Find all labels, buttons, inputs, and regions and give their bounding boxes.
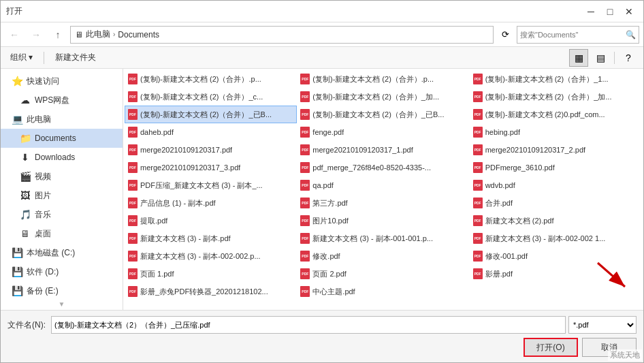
file-item[interactable]: PDF 中心主题.pdf xyxy=(297,283,469,300)
file-item[interactable]: PDF 影册_赤兔PDF转换器_20201218102... xyxy=(125,283,297,300)
close-button[interactable]: ✕ xyxy=(620,3,638,20)
pdf-icon: PDF xyxy=(128,162,138,173)
file-item[interactable]: PDF (复制)-新建文本文档 (2)0.pdf_com... xyxy=(470,106,642,123)
pdf-icon: PDF xyxy=(473,91,483,102)
file-item[interactable]: PDF (复制)-新建文本文档 (2)（合并）_加... xyxy=(297,88,469,106)
sidebar-item-local-disk-c[interactable]: 💾 本地磁盘 (C:) xyxy=(1,243,123,262)
file-item[interactable]: PDF qa.pdf xyxy=(297,176,469,194)
pdf-icon: PDF xyxy=(473,144,483,155)
file-item[interactable]: PDF 修改-001.pdf xyxy=(470,247,642,265)
forward-button[interactable]: → xyxy=(27,25,46,44)
file-item[interactable]: PDF PDFmerge_3610.pdf xyxy=(470,159,642,176)
file-item[interactable]: PDF 合并.pdf xyxy=(470,194,642,212)
file-item[interactable]: PDF (复制)-新建文本文档 (2)（合并）_1... xyxy=(470,70,642,88)
sidebar-item-wps-cloud[interactable]: ☁ WPS网盘 xyxy=(1,91,123,110)
file-item[interactable]: PDF merge20210109120317_3.pdf xyxy=(125,159,297,176)
sidebar-item-documents[interactable]: 📁 Documents xyxy=(1,129,123,148)
file-item[interactable]: PDF 第三方.pdf xyxy=(297,194,469,212)
file-item[interactable]: PDF 页面 1.pdf xyxy=(125,265,297,283)
toolbar-separator xyxy=(44,52,44,64)
file-item[interactable]: PDF PDF压缩_新建文本文档 (3) - 副本_... xyxy=(125,176,297,194)
pdf-icon: PDF xyxy=(473,162,483,173)
file-item[interactable]: PDF pdf_merge_726f84e0-8520-4335-... xyxy=(297,159,469,176)
pdf-icon: PDF xyxy=(128,109,138,120)
file-item[interactable]: PDF fenge.pdf xyxy=(297,123,469,141)
organize-button[interactable]: 组织 ▾ xyxy=(6,50,37,66)
back-button[interactable]: ← xyxy=(5,25,24,44)
file-item[interactable]: PDF 新建文本文档 (3) - 副本-001-001.p... xyxy=(297,230,469,247)
pdf-icon: PDF xyxy=(473,74,483,84)
file-item-selected[interactable]: PDF (复制)-新建文本文档 (2)（合并）_已B... xyxy=(125,106,297,123)
help-button[interactable]: ? xyxy=(619,49,638,67)
sidebar-item-pictures[interactable]: 🖼 图片 xyxy=(1,186,123,205)
refresh-button[interactable]: ⟳ xyxy=(496,26,514,44)
dialog-title: 打开 xyxy=(6,5,22,17)
pdf-icon: PDF xyxy=(128,180,138,191)
search-box[interactable]: 🔍 xyxy=(517,26,639,44)
file-item[interactable]: PDF 新建文本文档 (3) - 副本-002-002.p... xyxy=(125,247,297,265)
new-folder-button[interactable]: 新建文件夹 xyxy=(51,50,100,66)
sidebar-scroll-down[interactable]: ▼ xyxy=(1,300,123,308)
file-name: merge20210109120317_1.pdf xyxy=(312,146,413,154)
file-item[interactable]: PDF 提取.pdf xyxy=(125,212,297,230)
maximize-button[interactable]: □ xyxy=(601,3,619,20)
search-input[interactable] xyxy=(520,31,626,39)
view-grid-button[interactable]: ▦ xyxy=(569,49,588,67)
file-name: 第三方.pdf xyxy=(312,198,347,208)
file-item[interactable]: PDF (复制)-新建文本文档 (2)（合并）_已B... xyxy=(297,106,469,123)
search-icon: 🔍 xyxy=(626,30,636,40)
downloads-icon: ⬇ xyxy=(20,152,31,163)
filename-label: 文件名(N): xyxy=(7,319,46,331)
file-name: 新建文本文档 (2).pdf xyxy=(485,216,554,226)
filetype-select[interactable]: *.pdf xyxy=(568,316,637,334)
breadcrumb[interactable]: 🖥 此电脑 › Documents xyxy=(70,26,494,44)
pdf-icon: PDF xyxy=(473,127,483,138)
file-item[interactable]: PDF merge20210109120317.pdf xyxy=(125,141,297,159)
sidebar-item-downloads[interactable]: ⬇ Downloads xyxy=(1,148,123,167)
sidebar-item-desktop[interactable]: 🖥 桌面 xyxy=(1,224,123,243)
minimize-button[interactable]: ─ xyxy=(582,3,600,20)
file-item[interactable]: PDF daheb.pdf xyxy=(125,123,297,141)
sidebar-item-backup-e[interactable]: 💾 备份 (E:) xyxy=(1,281,123,300)
pdf-icon: PDF xyxy=(473,251,483,262)
file-item[interactable]: PDF (复制)-新建文本文档 (2)（合并）.p... xyxy=(297,70,469,88)
sidebar-item-quick-access[interactable]: ⭐ 快速访问 xyxy=(1,72,123,91)
file-name: 页面 1.pdf xyxy=(140,269,174,279)
file-item[interactable]: PDF 产品信息 (1) - 副本.pdf xyxy=(125,194,297,212)
file-name: PDFmerge_3610.pdf xyxy=(485,163,555,172)
sidebar-item-software-d[interactable]: 💾 软件 (D:) xyxy=(1,262,123,281)
videos-icon: 🎬 xyxy=(20,171,31,182)
breadcrumb-separator: › xyxy=(113,31,115,38)
file-item[interactable]: PDF (复制)-新建文本文档 (2)（合并）_加... xyxy=(470,88,642,106)
sidebar-item-videos[interactable]: 🎬 视频 xyxy=(1,167,123,186)
file-item[interactable]: PDF wdvb.pdf xyxy=(470,176,642,194)
file-item[interactable]: PDF 新建文本文档 (3) - 副本-002-002 1... xyxy=(470,230,642,247)
sidebar-item-label: 备份 (E:) xyxy=(27,285,59,297)
open-button[interactable]: 打开(O) xyxy=(524,338,578,357)
file-item[interactable]: PDF 影册.pdf xyxy=(470,265,642,283)
view-list-button[interactable]: ▤ xyxy=(591,49,610,67)
file-item[interactable]: PDF hebing.pdf xyxy=(470,123,642,141)
file-item[interactable]: PDF merge20210109120317_2.pdf xyxy=(470,141,642,159)
file-item[interactable]: PDF 修改.pdf xyxy=(297,247,469,265)
file-item[interactable]: PDF 新建文本文档 (3) - 副本.pdf xyxy=(125,230,297,247)
file-item[interactable]: PDF 图片10.pdf xyxy=(297,212,469,230)
up-button[interactable]: ↑ xyxy=(48,25,67,44)
breadcrumb-pc-icon: 🖥 xyxy=(75,30,83,40)
sidebar-item-label: 桌面 xyxy=(35,228,51,240)
file-item[interactable]: PDF (复制)-新建文本文档 (2)（合并）.p... xyxy=(125,70,297,88)
sidebar-item-music[interactable]: 🎵 音乐 xyxy=(1,205,123,224)
file-item[interactable]: PDF 页面 2.pdf xyxy=(297,265,469,283)
action-row: 打开(O) 取消 xyxy=(7,338,637,357)
file-item[interactable]: PDF (复制)-新建文本文档 (2)（合并）_c... xyxy=(125,88,297,106)
file-item[interactable]: PDF 新建文本文档 (2).pdf xyxy=(470,212,642,230)
file-item[interactable]: PDF merge20210109120317_1.pdf xyxy=(297,141,469,159)
sidebar-item-this-pc[interactable]: 💻 此电脑 xyxy=(1,110,123,129)
filename-input[interactable] xyxy=(51,316,566,334)
sidebar-item-label: 此电脑 xyxy=(27,114,51,125)
pdf-icon: PDF xyxy=(300,127,310,138)
sidebar-item-label: Downloads xyxy=(35,153,75,162)
file-name: 影册_赤兔PDF转换器_20201218102... xyxy=(140,287,268,297)
pdf-icon: PDF xyxy=(300,286,310,297)
file-name: 图片10.pdf xyxy=(312,216,349,226)
